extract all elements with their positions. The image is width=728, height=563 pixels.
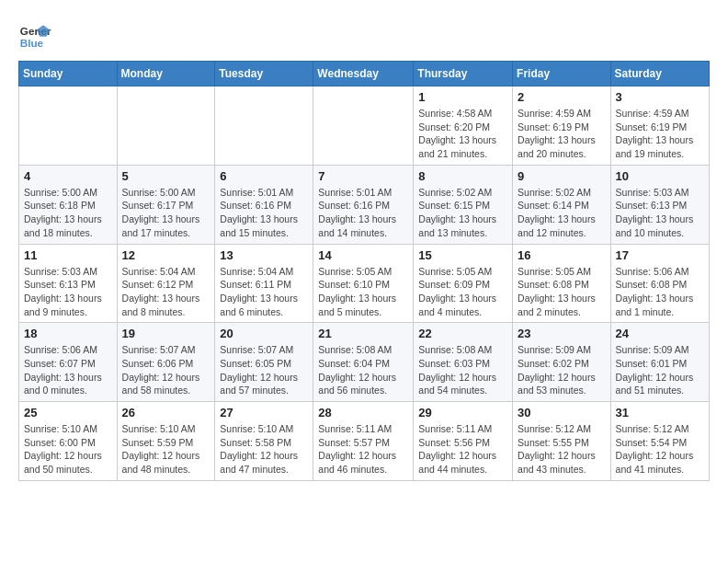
calendar-cell: 19Sunrise: 5:07 AM Sunset: 6:06 PM Dayli…	[117, 323, 215, 402]
day-info: Sunrise: 5:05 AM Sunset: 6:10 PM Dayligh…	[318, 265, 408, 319]
calendar-cell: 20Sunrise: 5:07 AM Sunset: 6:05 PM Dayli…	[215, 323, 313, 402]
day-number: 5	[122, 169, 210, 183]
day-number: 27	[220, 406, 308, 419]
calendar-cell: 25Sunrise: 5:10 AM Sunset: 6:00 PM Dayli…	[19, 402, 118, 481]
day-info: Sunrise: 5:00 AM Sunset: 6:17 PM Dayligh…	[122, 186, 210, 240]
day-info: Sunrise: 5:02 AM Sunset: 6:14 PM Dayligh…	[518, 186, 606, 240]
calendar-cell: 1Sunrise: 4:58 AM Sunset: 6:20 PM Daylig…	[414, 86, 513, 166]
day-info: Sunrise: 5:05 AM Sunset: 6:09 PM Dayligh…	[418, 265, 507, 319]
day-info: Sunrise: 5:11 AM Sunset: 5:57 PM Dayligh…	[318, 422, 408, 477]
calendar-cell: 16Sunrise: 5:05 AM Sunset: 6:08 PM Dayli…	[513, 244, 611, 323]
calendar-week-5: 25Sunrise: 5:10 AM Sunset: 6:00 PM Dayli…	[19, 402, 710, 481]
calendar-cell	[215, 86, 313, 166]
day-number: 30	[518, 406, 606, 419]
day-number: 14	[318, 248, 408, 262]
day-number: 19	[122, 327, 210, 340]
day-number: 12	[122, 248, 210, 262]
day-info: Sunrise: 5:08 AM Sunset: 6:03 PM Dayligh…	[418, 343, 507, 397]
day-number: 7	[318, 169, 408, 183]
calendar-week-4: 18Sunrise: 5:06 AM Sunset: 6:07 PM Dayli…	[19, 323, 710, 402]
day-number: 16	[518, 248, 606, 262]
calendar-table: SundayMondayTuesdayWednesdayThursdayFrid…	[18, 61, 710, 481]
svg-text:Blue: Blue	[20, 37, 44, 49]
day-number: 22	[418, 327, 507, 340]
day-info: Sunrise: 5:10 AM Sunset: 6:00 PM Dayligh…	[24, 422, 112, 477]
header-cell-tuesday: Tuesday	[215, 62, 313, 86]
calendar-cell: 5Sunrise: 5:00 AM Sunset: 6:17 PM Daylig…	[117, 165, 215, 244]
day-number: 18	[24, 327, 112, 340]
day-info: Sunrise: 4:59 AM Sunset: 6:19 PM Dayligh…	[616, 107, 704, 161]
day-number: 13	[220, 248, 308, 262]
calendar-cell: 3Sunrise: 4:59 AM Sunset: 6:19 PM Daylig…	[610, 86, 709, 166]
calendar-cell: 14Sunrise: 5:05 AM Sunset: 6:10 PM Dayli…	[313, 244, 414, 323]
calendar-cell: 28Sunrise: 5:11 AM Sunset: 5:57 PM Dayli…	[313, 402, 414, 481]
calendar-cell: 29Sunrise: 5:11 AM Sunset: 5:56 PM Dayli…	[414, 402, 513, 481]
day-info: Sunrise: 5:07 AM Sunset: 6:06 PM Dayligh…	[122, 343, 210, 397]
day-info: Sunrise: 5:07 AM Sunset: 6:05 PM Dayligh…	[220, 343, 308, 397]
calendar-cell: 27Sunrise: 5:10 AM Sunset: 5:58 PM Dayli…	[215, 402, 313, 481]
day-number: 9	[518, 169, 606, 183]
day-number: 28	[318, 406, 408, 419]
calendar-cell: 30Sunrise: 5:12 AM Sunset: 5:55 PM Dayli…	[513, 402, 611, 481]
day-number: 10	[616, 169, 704, 183]
calendar-cell: 24Sunrise: 5:09 AM Sunset: 6:01 PM Dayli…	[610, 323, 709, 402]
calendar-cell: 11Sunrise: 5:03 AM Sunset: 6:13 PM Dayli…	[19, 244, 118, 323]
logo: General Blue	[18, 18, 57, 52]
calendar-cell	[117, 86, 215, 166]
day-number: 20	[220, 327, 308, 340]
day-info: Sunrise: 5:02 AM Sunset: 6:15 PM Dayligh…	[418, 186, 507, 240]
day-info: Sunrise: 5:06 AM Sunset: 6:08 PM Dayligh…	[616, 265, 704, 319]
day-number: 29	[418, 406, 507, 419]
calendar-header: SundayMondayTuesdayWednesdayThursdayFrid…	[19, 62, 710, 86]
day-number: 11	[24, 248, 112, 262]
header-cell-saturday: Saturday	[610, 62, 709, 86]
day-info: Sunrise: 4:58 AM Sunset: 6:20 PM Dayligh…	[418, 107, 507, 161]
day-number: 31	[616, 406, 704, 419]
day-number: 15	[418, 248, 507, 262]
calendar-cell: 10Sunrise: 5:03 AM Sunset: 6:13 PM Dayli…	[610, 165, 709, 244]
day-info: Sunrise: 5:08 AM Sunset: 6:04 PM Dayligh…	[318, 343, 408, 397]
calendar-cell: 17Sunrise: 5:06 AM Sunset: 6:08 PM Dayli…	[610, 244, 709, 323]
calendar-cell: 4Sunrise: 5:00 AM Sunset: 6:18 PM Daylig…	[19, 165, 118, 244]
day-info: Sunrise: 5:06 AM Sunset: 6:07 PM Dayligh…	[24, 343, 112, 397]
day-info: Sunrise: 5:12 AM Sunset: 5:54 PM Dayligh…	[616, 422, 704, 477]
calendar-cell	[313, 86, 414, 166]
calendar-cell: 26Sunrise: 5:10 AM Sunset: 5:59 PM Dayli…	[117, 402, 215, 481]
calendar-cell: 7Sunrise: 5:01 AM Sunset: 6:16 PM Daylig…	[313, 165, 414, 244]
calendar-cell: 9Sunrise: 5:02 AM Sunset: 6:14 PM Daylig…	[513, 165, 611, 244]
day-number: 24	[616, 327, 704, 340]
calendar-cell	[19, 86, 118, 166]
day-info: Sunrise: 5:09 AM Sunset: 6:01 PM Dayligh…	[616, 343, 704, 397]
header-cell-friday: Friday	[513, 62, 611, 86]
calendar-week-3: 11Sunrise: 5:03 AM Sunset: 6:13 PM Dayli…	[19, 244, 710, 323]
day-info: Sunrise: 4:59 AM Sunset: 6:19 PM Dayligh…	[518, 107, 606, 161]
header-cell-monday: Monday	[117, 62, 215, 86]
day-number: 1	[418, 90, 507, 104]
calendar-cell: 15Sunrise: 5:05 AM Sunset: 6:09 PM Dayli…	[414, 244, 513, 323]
calendar-cell: 21Sunrise: 5:08 AM Sunset: 6:04 PM Dayli…	[313, 323, 414, 402]
calendar-cell: 12Sunrise: 5:04 AM Sunset: 6:12 PM Dayli…	[117, 244, 215, 323]
day-number: 8	[418, 169, 507, 183]
header-cell-wednesday: Wednesday	[313, 62, 414, 86]
day-info: Sunrise: 5:12 AM Sunset: 5:55 PM Dayligh…	[518, 422, 606, 477]
day-info: Sunrise: 5:00 AM Sunset: 6:18 PM Dayligh…	[24, 186, 112, 240]
calendar-cell: 23Sunrise: 5:09 AM Sunset: 6:02 PM Dayli…	[513, 323, 611, 402]
day-number: 4	[24, 169, 112, 183]
day-number: 21	[318, 327, 408, 340]
calendar-week-1: 1Sunrise: 4:58 AM Sunset: 6:20 PM Daylig…	[19, 86, 710, 166]
calendar-cell: 2Sunrise: 4:59 AM Sunset: 6:19 PM Daylig…	[513, 86, 611, 166]
day-info: Sunrise: 5:03 AM Sunset: 6:13 PM Dayligh…	[24, 265, 112, 319]
day-number: 6	[220, 169, 308, 183]
day-number: 23	[518, 327, 606, 340]
calendar-cell: 22Sunrise: 5:08 AM Sunset: 6:03 PM Dayli…	[414, 323, 513, 402]
day-info: Sunrise: 5:04 AM Sunset: 6:11 PM Dayligh…	[220, 265, 308, 319]
day-number: 26	[122, 406, 210, 419]
day-info: Sunrise: 5:04 AM Sunset: 6:12 PM Dayligh…	[122, 265, 210, 319]
day-info: Sunrise: 5:11 AM Sunset: 5:56 PM Dayligh…	[418, 422, 507, 477]
day-info: Sunrise: 5:10 AM Sunset: 5:59 PM Dayligh…	[122, 422, 210, 477]
calendar-cell: 18Sunrise: 5:06 AM Sunset: 6:07 PM Dayli…	[19, 323, 118, 402]
header-cell-sunday: Sunday	[19, 62, 118, 86]
day-info: Sunrise: 5:01 AM Sunset: 6:16 PM Dayligh…	[318, 186, 408, 240]
calendar-cell: 8Sunrise: 5:02 AM Sunset: 6:15 PM Daylig…	[414, 165, 513, 244]
calendar-cell: 13Sunrise: 5:04 AM Sunset: 6:11 PM Dayli…	[215, 244, 313, 323]
